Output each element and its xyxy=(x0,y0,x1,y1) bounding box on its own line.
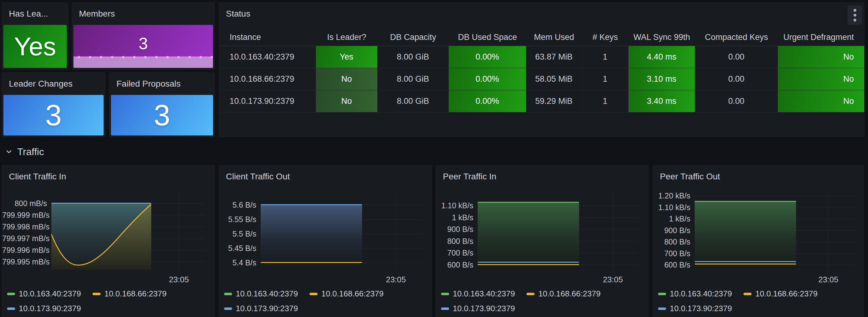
panel-client-traffic-out: Client Traffic Out 5.6 B/s 5.55 B/s 5.5 … xyxy=(219,165,432,317)
chart-legend: 10.0.163.40:2379 10.0.168.66:2379 10.0.1… xyxy=(224,289,383,313)
legend-swatch-green xyxy=(7,293,15,295)
gridline xyxy=(828,195,829,273)
legend-label: 10.0.173.90:2379 xyxy=(670,304,732,313)
legend-item[interactable]: 10.0.173.90:2379 xyxy=(658,304,732,313)
panel-menu-kebab-icon[interactable] xyxy=(847,5,862,25)
gridline xyxy=(695,196,855,196)
series-line-blue xyxy=(695,261,796,262)
cell-urgent-defragment: No xyxy=(778,68,864,90)
y-axis-tick: 700 B/s xyxy=(653,249,690,258)
legend-swatch-green xyxy=(658,293,666,295)
x-axis-tick: 23:05 xyxy=(162,275,196,284)
y-axis-tick: 799.999 mB/s xyxy=(2,210,47,220)
cell-is-leader: Yes xyxy=(316,46,377,68)
y-axis-tick: 5.5 B/s xyxy=(219,229,256,239)
panel-title[interactable]: Has Lea... xyxy=(2,3,68,25)
sparkline-area xyxy=(73,58,213,68)
cell-keys: 1 xyxy=(582,46,628,68)
y-axis-tick: 800 mB/s xyxy=(2,198,47,208)
column-header-instance[interactable]: Instance xyxy=(219,29,316,46)
y-axis-tick: 1.10 kB/s xyxy=(653,202,690,212)
series-line-blue xyxy=(261,204,362,205)
gridline xyxy=(613,195,613,273)
y-axis-tick: 5.45 B/s xyxy=(219,243,256,253)
y-axis-tick: 799.998 mB/s xyxy=(2,222,47,232)
section-title: Traffic xyxy=(17,146,44,158)
legend-item[interactable]: 10.0.168.66:2379 xyxy=(310,289,383,298)
column-header-urgent-defragment[interactable]: Urgent Defragment xyxy=(778,29,864,46)
legend-label: 10.0.163.40:2379 xyxy=(19,289,81,298)
x-axis-tick: 23:05 xyxy=(811,275,845,284)
legend-item[interactable]: 10.0.163.40:2379 xyxy=(441,289,515,298)
legend-swatch-blue xyxy=(441,308,449,310)
column-header-is-leader[interactable]: Is Leader? xyxy=(316,29,377,46)
cell-instance: 10.0.163.40:2379 xyxy=(219,46,316,68)
chevron-down-icon xyxy=(5,148,13,156)
column-header-db-capacity[interactable]: DB Capacity xyxy=(377,29,449,46)
y-axis-tick: 900 B/s xyxy=(653,225,690,235)
chart-legend: 10.0.163.40:2379 10.0.168.66:2379 10.0.1… xyxy=(658,289,817,313)
legend-swatch-green xyxy=(224,293,232,295)
legend-swatch-yellow xyxy=(527,293,534,295)
section-row-traffic[interactable]: Traffic xyxy=(5,145,44,159)
stat-value-block: Yes xyxy=(3,25,67,68)
chart-legend: 10.0.163.40:2379 10.0.168.66:2379 10.0.1… xyxy=(7,289,166,313)
cell-wal-sync: 3.40 ms xyxy=(628,90,695,112)
cell-wal-sync: 4.40 ms xyxy=(628,46,695,68)
cell-keys: 1 xyxy=(582,68,628,90)
legend-item[interactable]: 10.0.168.66:2379 xyxy=(527,289,600,298)
legend-item[interactable]: 10.0.168.66:2379 xyxy=(744,289,817,298)
column-header-mem-used[interactable]: Mem Used xyxy=(526,29,582,46)
column-header-compacted-keys[interactable]: Compacted Keys xyxy=(695,29,778,46)
y-axis-tick: 1.10 kB/s xyxy=(436,200,473,211)
legend-label: 10.0.173.90:2379 xyxy=(453,304,515,313)
panel-title[interactable]: Peer Traffic Out xyxy=(653,165,863,188)
panel-title[interactable]: Peer Traffic In xyxy=(436,165,648,188)
panel-client-traffic-in: Client Traffic In 800 mB/s 799.999 mB/s … xyxy=(2,165,215,317)
cell-db-capacity: 8.00 GiB xyxy=(377,68,449,90)
legend-item[interactable]: 10.0.163.40:2379 xyxy=(224,289,298,298)
series-line-blue xyxy=(478,262,579,263)
stat-value: 3 xyxy=(154,100,170,130)
panel-failed-proposals: Failed Proposals 3 xyxy=(110,72,215,137)
series-line-green xyxy=(695,201,796,202)
legend-item[interactable]: 10.0.173.90:2379 xyxy=(441,304,515,313)
column-header-db-used-space[interactable]: DB Used Space xyxy=(449,29,526,46)
column-header-keys[interactable]: # Keys xyxy=(582,29,628,46)
table-row: 10.0.168.66:2379 No 8.00 GiB 0.00% 58.05… xyxy=(219,68,864,90)
cell-instance: 10.0.173.90:2379 xyxy=(219,90,316,112)
panel-peer-traffic-out: Peer Traffic Out 1.20 kB/s 1.10 kB/s 1 k… xyxy=(653,165,864,317)
cell-mem-used: 63.87 MiB xyxy=(526,46,582,68)
stat-value-block: 3 xyxy=(111,95,213,135)
kebab-dot xyxy=(854,9,856,12)
legend-item[interactable]: 10.0.173.90:2379 xyxy=(224,304,298,313)
panel-title[interactable]: Failed Proposals xyxy=(110,73,214,95)
legend-item[interactable]: 10.0.163.40:2379 xyxy=(7,289,81,298)
y-axis-tick: 5.55 B/s xyxy=(219,214,256,224)
x-axis-tick: 23:05 xyxy=(379,275,413,284)
y-axis-tick: 799.996 mB/s xyxy=(2,245,47,255)
cell-db-used-space: 0.00% xyxy=(449,46,526,68)
panel-title[interactable]: Client Traffic Out xyxy=(219,165,431,188)
panel-title[interactable]: Status xyxy=(219,3,864,25)
panel-leader-changes: Leader Changes 3 xyxy=(2,72,105,137)
panel-title[interactable]: Client Traffic In xyxy=(2,165,214,188)
legend-label: 10.0.173.90:2379 xyxy=(236,304,298,313)
cell-urgent-defragment: No xyxy=(778,90,864,112)
y-axis-tick: 600 B/s xyxy=(653,260,690,270)
cell-db-capacity: 8.00 GiB xyxy=(377,46,449,68)
series-area xyxy=(261,205,362,270)
panel-title[interactable]: Members xyxy=(72,3,214,25)
y-axis-tick: 1 kB/s xyxy=(436,213,473,222)
kebab-dot xyxy=(854,19,856,22)
y-axis-tick: 600 B/s xyxy=(436,260,473,270)
panel-title[interactable]: Leader Changes xyxy=(2,73,105,95)
legend-item[interactable]: 10.0.163.40:2379 xyxy=(658,289,732,298)
legend-item[interactable]: 10.0.173.90:2379 xyxy=(7,304,81,313)
series-area xyxy=(478,203,579,270)
chart-legend: 10.0.163.40:2379 10.0.168.66:2379 10.0.1… xyxy=(441,289,600,313)
y-axis-tick: 700 B/s xyxy=(436,248,473,258)
legend-item[interactable]: 10.0.168.66:2379 xyxy=(93,289,166,298)
column-header-wal-sync[interactable]: WAL Sync 99th xyxy=(628,29,695,46)
panel-status: Status Instance Is Leader? DB Capacity D… xyxy=(219,2,864,137)
